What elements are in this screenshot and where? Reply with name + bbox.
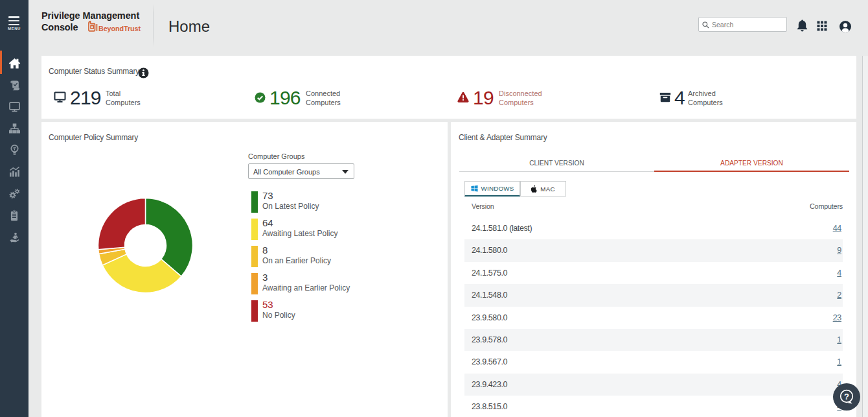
svg-text:?: ? (844, 392, 849, 401)
